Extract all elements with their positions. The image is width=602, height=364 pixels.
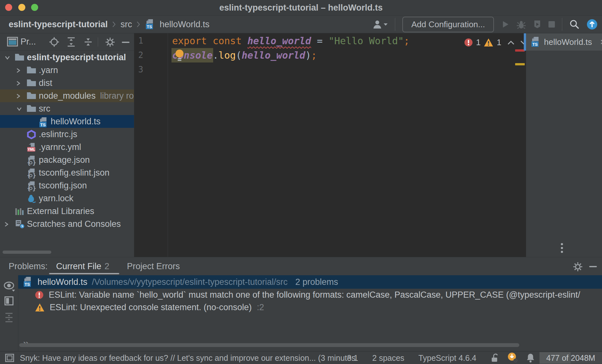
tree-item-external-libraries[interactable]: External Libraries: [0, 205, 134, 218]
svg-text:YML: YML: [28, 147, 35, 151]
tree-item-helloworld-ts[interactable]: TShelloWorld.ts: [0, 115, 134, 128]
editor-tab-label: helloWorld.ts: [544, 37, 592, 47]
problems-horizontal-scrollbar[interactable]: [19, 343, 519, 347]
stop-icon[interactable]: [548, 21, 555, 28]
json-icon: {}: [27, 155, 36, 166]
problems-file-row[interactable]: TS helloWorld.ts /Volumes/v/yytypescript…: [18, 275, 602, 289]
plugin-update-icon[interactable]: [507, 352, 519, 364]
error-icon: [35, 291, 44, 299]
open-preview-icon[interactable]: [4, 296, 13, 305]
folder-icon: [27, 79, 36, 87]
code-token: =: [311, 35, 329, 46]
lock-open-icon[interactable]: [490, 353, 499, 363]
tree-item-label: eslint-typescript-tutorial: [27, 51, 126, 64]
inspection-widget[interactable]: 1 1: [464, 37, 528, 47]
breadcrumb-project[interactable]: eslint-typescript-tutorial: [9, 20, 108, 29]
problem-text: ESLint: Variable name `hello_world` must…: [49, 290, 580, 300]
hide-problems-icon[interactable]: [589, 266, 597, 268]
user-menu[interactable]: [372, 20, 388, 29]
tree-item--yarnrc-yml[interactable]: YML.yarnrc.yml: [0, 141, 134, 153]
tree-item-label: src: [39, 102, 50, 115]
tree-item-tsconfig-json[interactable]: {}tsconfig.json: [0, 179, 134, 192]
problems-header: Problems: Current File2 Project Errors: [0, 257, 602, 275]
tree-item-node-modules[interactable]: node_moduleslibrary root: [0, 89, 134, 102]
gutter-divider: [168, 33, 168, 257]
code-token: log: [219, 50, 236, 61]
project-tool-window-icon[interactable]: [7, 37, 18, 46]
view-options-eye-icon[interactable]: [3, 281, 16, 293]
project-panel: eslint-typescript-tutorial.yarndistnode_…: [0, 33, 134, 257]
tree-item-tsconfig-eslint-json[interactable]: {}tsconfig.eslint.json: [0, 166, 134, 179]
chevron-right-icon[interactable]: [4, 221, 9, 228]
toolbar-divider: [395, 18, 395, 31]
scratches-icon: [15, 219, 25, 229]
locate-file-icon[interactable]: [49, 37, 59, 47]
editor-tab[interactable]: TS helloWorld.ts: [526, 33, 602, 51]
chevron-right-icon[interactable]: [16, 80, 21, 87]
problem-item-error[interactable]: ESLint: Variable name `hello_world` must…: [18, 289, 602, 301]
tree-item-package-json[interactable]: {}package.json: [0, 153, 134, 166]
collapse-all-icon[interactable]: [83, 37, 93, 47]
project-panel-title[interactable]: Pr...: [21, 33, 36, 50]
run-icon[interactable]: [501, 20, 509, 29]
svg-text:TS: TS: [25, 282, 30, 287]
warning-stripe-mark[interactable]: [515, 63, 525, 65]
code-line[interactable]: [172, 62, 410, 77]
chevron-down-icon[interactable]: [16, 107, 22, 111]
breadcrumb: eslint-typescript-tutorial src TS helloW…: [9, 16, 210, 33]
code-token: ): [305, 50, 311, 61]
breadcrumb-folder[interactable]: src: [121, 20, 132, 29]
settings-gear-icon[interactable]: [105, 37, 115, 47]
tree-item-yarn-lock[interactable]: yarn.lock: [0, 192, 134, 205]
problems-file-path: /Volumes/v/yytypescript/eslint-typescrip…: [92, 277, 288, 287]
notifications-bell-icon[interactable]: [526, 353, 535, 363]
tree-item-scratches-and-consoles[interactable]: Scratches and Consoles: [0, 218, 134, 230]
tree-item-label: node_moduleslibrary root: [39, 89, 134, 102]
previous-problem-icon[interactable]: [507, 40, 515, 45]
code-line[interactable]: export const hello_world = "Hello World"…: [172, 34, 410, 48]
close-tab-icon[interactable]: [600, 39, 602, 45]
problems-file-name: helloWorld.ts: [38, 277, 88, 287]
indent-info[interactable]: 2 spaces: [372, 353, 404, 363]
breadcrumb-file[interactable]: helloWorld.ts: [160, 20, 210, 29]
add-configuration-button[interactable]: Add Configuration...: [402, 17, 494, 32]
code-editor[interactable]: 123 export const hello_world = "Hello Wo…: [134, 33, 526, 257]
window-frame-icon[interactable]: [5, 354, 14, 362]
expand-all-icon[interactable]: [66, 37, 76, 47]
hide-panel-icon[interactable]: [122, 41, 130, 43]
search-everywhere-icon[interactable]: [569, 19, 580, 29]
tree-item--eslintrc-js[interactable]: .eslintrc.js: [0, 128, 134, 141]
tree-item--yarn[interactable]: .yarn: [0, 64, 134, 77]
chevron-right-icon[interactable]: [16, 67, 21, 74]
selected-tab-underline: [49, 273, 119, 274]
update-available-icon[interactable]: [587, 19, 598, 30]
code-token: const: [213, 35, 241, 46]
project-horizontal-scrollbar[interactable]: [3, 251, 51, 254]
code-line[interactable]: console.log(hello_world);: [172, 48, 410, 62]
status-right-group: 3:1 2 spaces TypeScript 4.6.4: [347, 352, 535, 364]
error-stripe-mark[interactable]: [515, 49, 525, 52]
code-token: hello_world: [242, 50, 305, 61]
run-with-coverage-icon[interactable]: [533, 20, 541, 29]
tree-item-dist[interactable]: dist: [0, 77, 134, 89]
tab-project-errors[interactable]: Project Errors: [127, 257, 180, 275]
debug-icon[interactable]: [516, 20, 526, 29]
tree-item-label: tsconfig.json: [39, 179, 87, 192]
tree-item-eslint-typescript-tutorial[interactable]: eslint-typescript-tutorial: [0, 51, 134, 64]
typescript-version[interactable]: TypeScript 4.6.4: [418, 353, 476, 363]
tree-item-src[interactable]: src: [0, 102, 134, 115]
intention-bulb-icon[interactable]: [175, 49, 185, 62]
tree-item-label: External Libraries: [27, 205, 94, 218]
status-message[interactable]: Snyk: Have any ideas or feedback for us?…: [20, 352, 357, 364]
memory-indicator[interactable]: 477 of 2048M: [539, 352, 602, 364]
more-options-icon[interactable]: [561, 243, 563, 254]
caret-position[interactable]: 3:1: [347, 353, 358, 363]
svg-text:TS: TS: [147, 24, 152, 29]
chevron-down-icon[interactable]: [4, 55, 11, 60]
editor-code[interactable]: export const hello_world = "Hello World"…: [172, 34, 410, 77]
collapse-all-icon[interactable]: [4, 312, 14, 323]
tab-current-file[interactable]: Current File2: [56, 257, 109, 275]
problem-item-warning[interactable]: ESLint: Unexpected console statement. (n…: [18, 301, 602, 314]
chevron-right-icon[interactable]: [16, 93, 21, 99]
problems-settings-gear-icon[interactable]: [573, 261, 583, 272]
